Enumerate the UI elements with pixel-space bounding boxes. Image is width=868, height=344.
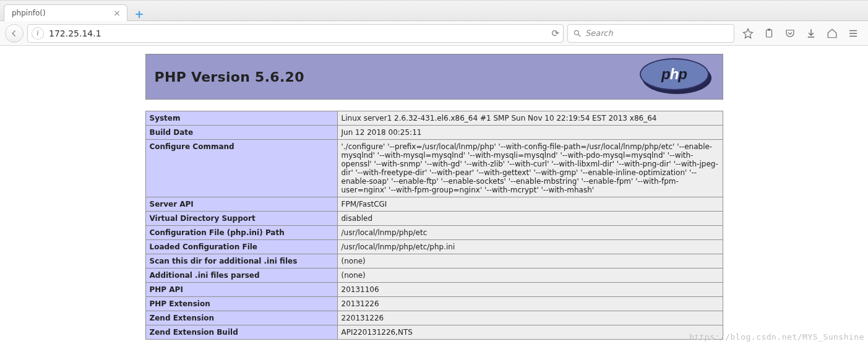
row-key: Server API — [145, 197, 337, 212]
table-row: Zend Extension220131226 — [145, 311, 723, 325]
toolbar-icons — [738, 27, 863, 40]
row-value: './configure' '--prefix=/usr/local/lnmp/… — [337, 140, 723, 197]
close-icon[interactable]: × — [113, 9, 121, 17]
toolbar: i ⟳ — [0, 21, 868, 46]
svg-rect-1 — [767, 30, 772, 37]
row-key: System — [145, 111, 337, 126]
row-value: API220131226,NTS — [337, 325, 723, 340]
url-input[interactable] — [49, 28, 546, 38]
table-row: Server APIFPM/FastCGI — [145, 197, 723, 212]
row-value: 20131106 — [337, 283, 723, 297]
row-value: /usr/local/lnmp/php/etc/php.ini — [337, 240, 723, 254]
search-input[interactable] — [585, 28, 729, 38]
menu-icon[interactable] — [847, 27, 859, 40]
row-value: /usr/local/lnmp/php/etc — [337, 226, 723, 240]
new-tab-button[interactable]: + — [131, 7, 147, 20]
tab-active[interactable]: phpinfo() × — [4, 4, 127, 21]
table-row: PHP API20131106 — [145, 283, 723, 297]
table-row: Configure Command'./configure' '--prefix… — [145, 140, 723, 197]
row-value: (none) — [337, 254, 723, 269]
row-key: Configure Command — [145, 140, 337, 197]
row-value: 20131226 — [337, 297, 723, 311]
page-viewport[interactable]: PHP Version 5.6.20 php SystemLinux serve… — [0, 46, 868, 344]
back-button[interactable] — [5, 24, 24, 43]
table-row: PHP Extension20131226 — [145, 297, 723, 311]
phpinfo-content: PHP Version 5.6.20 php SystemLinux serve… — [145, 54, 723, 340]
downloads-icon[interactable] — [805, 27, 817, 40]
table-row: Configuration File (php.ini) Path/usr/lo… — [145, 226, 723, 240]
search-bar[interactable] — [567, 24, 734, 43]
pocket-icon[interactable] — [784, 27, 796, 40]
identity-icon[interactable]: i — [32, 27, 44, 40]
row-value: FPM/FastCGI — [337, 197, 723, 212]
tab-title: phpinfo() — [12, 9, 108, 17]
row-value: disabled — [337, 212, 723, 226]
row-value: Jun 12 2018 00:25:11 — [337, 126, 723, 140]
row-key: Additional .ini files parsed — [145, 269, 337, 283]
row-value: 220131226 — [337, 311, 723, 325]
phpinfo-header: PHP Version 5.6.20 php — [145, 54, 723, 100]
row-key: Scan this dir for additional .ini files — [145, 254, 337, 269]
row-key: Zend Extension — [145, 311, 337, 325]
table-row: Additional .ini files parsed(none) — [145, 269, 723, 283]
table-row: Loaded Configuration File/usr/local/lnmp… — [145, 240, 723, 254]
arrow-left-icon — [10, 29, 19, 38]
bookmark-star-icon[interactable] — [742, 27, 754, 40]
table-row: Build DateJun 12 2018 00:25:11 — [145, 126, 723, 140]
table-row: Virtual Directory Supportdisabled — [145, 212, 723, 226]
row-value: Linux server1 2.6.32-431.el6.x86_64 #1 S… — [337, 111, 723, 126]
row-value: (none) — [337, 269, 723, 283]
clipboard-icon[interactable] — [763, 27, 775, 40]
row-key: Build Date — [145, 126, 337, 140]
php-logo: php — [640, 58, 714, 95]
row-key: PHP API — [145, 283, 337, 297]
home-icon[interactable] — [826, 27, 838, 40]
row-key: PHP Extension — [145, 297, 337, 311]
row-key: Configuration File (php.ini) Path — [145, 226, 337, 240]
reload-icon[interactable]: ⟳ — [551, 28, 559, 39]
url-bar[interactable]: i ⟳ — [27, 24, 564, 43]
table-row: Scan this dir for additional .ini files(… — [145, 254, 723, 269]
search-icon — [573, 29, 582, 38]
row-key: Loaded Configuration File — [145, 240, 337, 254]
row-key: Virtual Directory Support — [145, 212, 337, 226]
table-row: SystemLinux server1 2.6.32-431.el6.x86_6… — [145, 111, 723, 126]
tab-strip: phpinfo() × + — [0, 1, 868, 21]
svg-rect-2 — [768, 28, 771, 30]
page-title: PHP Version 5.6.20 — [155, 69, 304, 85]
phpinfo-table: SystemLinux server1 2.6.32-431.el6.x86_6… — [145, 111, 723, 340]
row-key: Zend Extension Build — [145, 325, 337, 340]
table-row: Zend Extension BuildAPI220131226,NTS — [145, 325, 723, 340]
svg-point-0 — [574, 30, 578, 35]
